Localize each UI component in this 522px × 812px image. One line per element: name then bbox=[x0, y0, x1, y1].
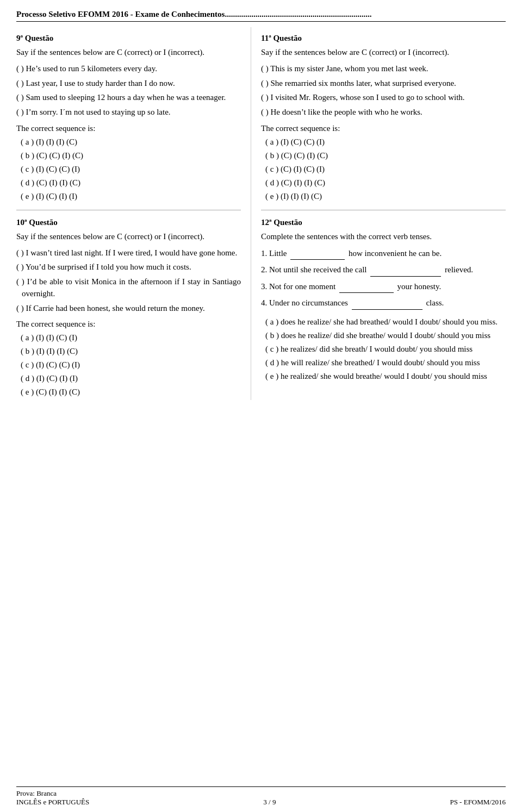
q9-sentence-3: ( ) Sam used to sleeping 12 hours a day … bbox=[16, 92, 241, 104]
q9-option-d: ( d ) (C) (I) (I) (C) bbox=[16, 177, 241, 189]
divider-2 bbox=[261, 210, 506, 210]
q10-title: 10ª Questão bbox=[16, 218, 241, 227]
q12-option-e: ( e ) he realized/ she would breathe/ wo… bbox=[261, 371, 506, 382]
q12-sentence-3: 3. Not for one moment your honesty. bbox=[261, 280, 506, 293]
q10-correct-seq: The correct sequence is: bbox=[16, 320, 241, 329]
main-columns: 9ª Questão Say if the sentences below ar… bbox=[16, 27, 506, 400]
q10-option-c: ( c ) (I) (C) (C) (I) bbox=[16, 359, 241, 371]
header-title: Processo Seletivo EFOMM 2016 - Exame de … bbox=[16, 10, 371, 18]
q12-title: 12ª Questão bbox=[261, 218, 506, 227]
q11-sentence-2: ( ) She remarried six months later, what… bbox=[261, 78, 506, 90]
q10-intro: Say if the sentences below are C (correc… bbox=[16, 231, 241, 243]
q9-sentence-2: ( ) Last year, I use to study harder tha… bbox=[16, 78, 241, 90]
q12-option-c: ( c ) he realizes/ did she breath/ I wou… bbox=[261, 343, 506, 355]
q10-option-a: ( a ) (I) (I) (C) (I) bbox=[16, 332, 241, 343]
divider-1 bbox=[16, 210, 241, 210]
q12-blank-3 bbox=[339, 280, 394, 293]
q10-sentence-3: ( ) I’d be able to visit Monica in the a… bbox=[16, 276, 241, 300]
q10-sentence-2: ( ) You’d be surprised if I told you how… bbox=[16, 261, 241, 273]
q11-sentence-4: ( ) He doesn’t like the people with who … bbox=[261, 107, 506, 118]
q9-sentence-4: ( ) I’m sorry. I´m not used to staying u… bbox=[16, 107, 241, 118]
left-column: 9ª Questão Say if the sentences below ar… bbox=[16, 27, 251, 400]
q11-title: 11ª Questão bbox=[261, 34, 506, 43]
footer-left: Prova: Branca INGLÊS e PORTUGUÊS bbox=[16, 789, 89, 807]
q11-correct-seq: The correct sequence is: bbox=[261, 124, 506, 133]
right-column: 11ª Questão Say if the sentences below a… bbox=[251, 27, 506, 400]
q11-option-c: ( c ) (C) (I) (C) (I) bbox=[261, 164, 506, 175]
q10-option-b: ( b ) (I) (I) (I) (C) bbox=[16, 346, 241, 357]
q12-option-d: ( d ) he will realize/ she breathed/ I w… bbox=[261, 357, 506, 368]
q12-sentence-2: 2. Not until she received the call relie… bbox=[261, 264, 506, 277]
q11-option-a: ( a ) (I) (C) (C) (I) bbox=[261, 136, 506, 148]
footer-subject: INGLÊS e PORTUGUÊS bbox=[16, 798, 89, 807]
q12-intro: Complete the sentences with the correct … bbox=[261, 231, 506, 243]
q9-sentence-1: ( ) He’s used to run 5 kilometers every … bbox=[16, 63, 241, 75]
q9-option-e: ( e ) (I) (C) (I) (I) bbox=[16, 191, 241, 202]
q11-intro: Say if the sentences below are C (correc… bbox=[261, 47, 506, 59]
q11-option-b: ( b ) (C) (C) (I) (C) bbox=[261, 150, 506, 161]
page-header: Processo Seletivo EFOMM 2016 - Exame de … bbox=[16, 10, 506, 22]
page-footer: Prova: Branca INGLÊS e PORTUGUÊS 3 / 9 P… bbox=[16, 786, 506, 807]
q10-option-e: ( e ) (C) (I) (I) (C) bbox=[16, 386, 241, 398]
q11-option-e: ( e ) (I) (I) (I) (C) bbox=[261, 191, 506, 202]
page: Processo Seletivo EFOMM 2016 - Exame de … bbox=[0, 0, 522, 812]
q9-option-c: ( c ) (I) (C) (C) (I) bbox=[16, 164, 241, 175]
q12-blank-4 bbox=[352, 297, 422, 310]
q11-sentence-1: ( ) This is my sister Jane, whom you met… bbox=[261, 63, 506, 75]
q9-option-a: ( a ) (I) (I) (I) (C) bbox=[16, 136, 241, 148]
q10-sentence-4: ( ) If Carrie had been honest, she would… bbox=[16, 303, 241, 315]
q9-intro: Say if the sentences below are C (correc… bbox=[16, 47, 241, 59]
q12-option-a: ( a ) does he realize/ she had breathed/… bbox=[261, 316, 506, 328]
q9-title: 9ª Questão bbox=[16, 34, 241, 43]
q11-option-d: ( d ) (C) (I) (I) (C) bbox=[261, 177, 506, 189]
footer-page-number: 3 / 9 bbox=[263, 798, 276, 807]
q11-sentence-3: ( ) I visited Mr. Rogers, whose son I us… bbox=[261, 92, 506, 104]
footer-prova: Prova: Branca bbox=[16, 789, 89, 798]
q10-sentence-1: ( ) I wasn’t tired last night. If I were… bbox=[16, 247, 241, 259]
q12-blank-1 bbox=[290, 247, 345, 260]
q12-sentence-4: 4. Under no circumstances class. bbox=[261, 297, 506, 310]
q9-option-b: ( b ) (C) (C) (I) (C) bbox=[16, 150, 241, 161]
q12-sentence-1: 1. Little how inconvenient he can be. bbox=[261, 247, 506, 260]
q12-blank-2 bbox=[370, 264, 441, 277]
q10-option-d: ( d ) (I) (C) (I) (I) bbox=[16, 373, 241, 384]
q9-correct-seq: The correct sequence is: bbox=[16, 124, 241, 133]
footer-code: PS - EFOMM/2016 bbox=[450, 798, 506, 807]
q12-option-b: ( b ) does he realize/ did she breathe/ … bbox=[261, 330, 506, 341]
